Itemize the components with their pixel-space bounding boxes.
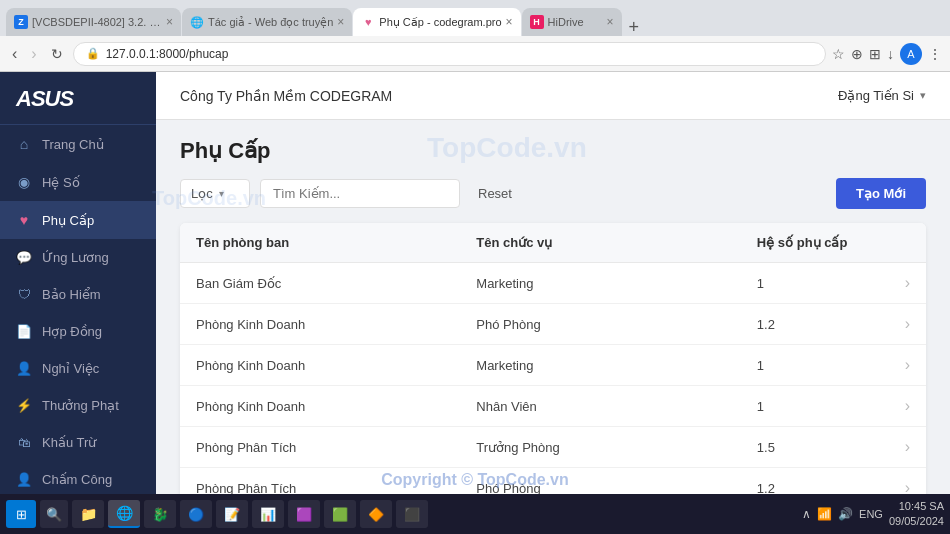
reload-button[interactable]: ↻ (47, 44, 67, 64)
data-table: Tên phòng ban Tên chức vụ Hệ số phụ cấp … (180, 223, 926, 494)
cell-he-so: 1 (741, 386, 889, 427)
user-icon: 👤 (16, 361, 32, 376)
star-icon[interactable]: ⊕ (851, 46, 863, 62)
home-icon: ⌂ (16, 136, 32, 152)
search-button[interactable]: 🔍 (40, 500, 68, 528)
address-bar: ‹ › ↻ 🔒 127.0.0.1:8000/phucap ☆ ⊕ ⊞ ↓ A … (0, 36, 950, 72)
user-menu[interactable]: Đặng Tiến Si ▾ (838, 88, 926, 103)
browser-frame: Z [VCBSDEPII-4802] 3.2. Xử lý giao... × … (0, 0, 950, 72)
taskbar-btn-1[interactable]: 📁 (72, 500, 104, 528)
sidebar-item-hop-dong[interactable]: 📄 Hợp Đồng (0, 313, 156, 350)
reset-button[interactable]: Reset (470, 180, 520, 207)
url-bar[interactable]: 🔒 127.0.0.1:8000/phucap (73, 42, 826, 66)
bookmark-icon[interactable]: ☆ (832, 46, 845, 62)
search-input[interactable] (260, 179, 460, 208)
tab-2-icon: 🌐 (190, 15, 204, 29)
taskbar-btn-7[interactable]: 🟪 (288, 500, 320, 528)
cell-chuc-vu: Phó Phòng (460, 468, 741, 495)
cell-arrow: › (889, 263, 926, 304)
shield-icon: 🛡 (16, 287, 32, 302)
cell-phong-ban: Ban Giám Đốc (180, 263, 460, 304)
table-row[interactable]: Phòng Kinh Doanh Phó Phòng 1.2 › (180, 304, 926, 345)
main-content: Công Ty Phần Mềm CODEGRAM Đặng Tiến Si ▾… (156, 72, 950, 494)
taskbar-btn-5[interactable]: 📝 (216, 500, 248, 528)
taskbar-btn-2[interactable]: 🌐 (108, 500, 140, 528)
create-button[interactable]: Tạo Mới (836, 178, 926, 209)
table-row[interactable]: Phòng Phân Tích Trưởng Phòng 1.5 › (180, 427, 926, 468)
menu-icon[interactable]: ⋮ (928, 46, 942, 62)
table-row[interactable]: Phòng Kinh Doanh Nhân Viên 1 › (180, 386, 926, 427)
back-button[interactable]: ‹ (8, 43, 21, 65)
cell-arrow: › (889, 427, 926, 468)
download-icon[interactable]: ↓ (887, 46, 894, 62)
taskbar-btn-4[interactable]: 🔵 (180, 500, 212, 528)
forward-button[interactable]: › (27, 43, 40, 65)
sidebar-item-khau-tru[interactable]: 🛍 Khấu Trừ (0, 424, 156, 461)
profile-button[interactable]: A (900, 43, 922, 65)
tab-grid-icon[interactable]: ⊞ (869, 46, 881, 62)
sidebar-item-phu-cap[interactable]: ♥ Phụ Cấp (0, 201, 156, 239)
sidebar-label-thuong-phat: Thưởng Phạt (42, 398, 119, 413)
cham-cong-icon: 👤 (16, 472, 32, 487)
sidebar-item-he-so[interactable]: ◉ Hệ Số (0, 163, 156, 201)
table-row[interactable]: Ban Giám Đốc Marketing 1 › (180, 263, 926, 304)
taskbar-btn-10[interactable]: ⬛ (396, 500, 428, 528)
browser-toolbar: ☆ ⊕ ⊞ ↓ A ⋮ (832, 43, 942, 65)
tab-1-close[interactable]: × (166, 15, 173, 29)
taskbar-btn-3[interactable]: 🐉 (144, 500, 176, 528)
cell-chuc-vu: Marketing (460, 345, 741, 386)
taskbar-btn-9[interactable]: 🔶 (360, 500, 392, 528)
tray-time: 10:45 SA (889, 499, 944, 514)
col-chuc-vu: Tên chức vụ (460, 223, 741, 263)
tab-4[interactable]: H HiDrive × (522, 8, 622, 36)
sidebar-item-nghi-viec[interactable]: 👤 Nghỉ Việc (0, 350, 156, 387)
tray-volume-icon: 🔊 (838, 507, 853, 521)
cell-arrow: › (889, 386, 926, 427)
taskbar: ⊞ 🔍 📁 🌐 🐉 🔵 📝 📊 🟪 🟩 🔶 ⬛ ∧ 📶 🔊 ENG 10:45 … (0, 494, 950, 534)
sidebar-label-trang-chu: Trang Chủ (42, 137, 104, 152)
cell-arrow: › (889, 468, 926, 495)
table-row[interactable]: Phòng Phân Tích Phó Phòng 1.2 › (180, 468, 926, 495)
tab-4-title: HiDrive (548, 16, 603, 28)
new-tab-button[interactable]: + (623, 18, 646, 36)
sidebar-label-he-so: Hệ Số (42, 175, 80, 190)
logo-area: ASUS (0, 72, 156, 125)
taskbar-btn-6[interactable]: 📊 (252, 500, 284, 528)
sidebar-item-trang-chu[interactable]: ⌂ Trang Chủ (0, 125, 156, 163)
tab-3[interactable]: ♥ Phụ Cấp - codegram.pro × (353, 8, 520, 36)
sidebar-label-nghi-viec: Nghỉ Việc (42, 361, 99, 376)
taskbar-btn-8[interactable]: 🟩 (324, 500, 356, 528)
tab-4-close[interactable]: × (607, 15, 614, 29)
start-button[interactable]: ⊞ (6, 500, 36, 528)
sidebar-item-bao-hiem[interactable]: 🛡 Bảo Hiểm (0, 276, 156, 313)
sidebar-item-thuong-phat[interactable]: ⚡ Thưởng Phạt (0, 387, 156, 424)
content-area: Phụ Cấp Lọc ▾ Reset Tạo Mới Tên phòng ba… (156, 120, 950, 494)
windows-icon: ⊞ (16, 507, 27, 522)
tab-3-icon: ♥ (361, 15, 375, 29)
user-name: Đặng Tiến Si (838, 88, 914, 103)
tray-lang: ENG (859, 508, 883, 520)
url-text: 127.0.0.1:8000/phucap (106, 47, 813, 61)
cell-he-so: 1.5 (741, 427, 889, 468)
filter-row: Lọc ▾ Reset Tạo Mới (180, 178, 926, 209)
sidebar-item-ung-luong[interactable]: 💬 Ứng Lương (0, 239, 156, 276)
asus-logo: ASUS (16, 86, 73, 111)
table-row[interactable]: Phòng Kinh Doanh Marketing 1 › (180, 345, 926, 386)
tab-3-close[interactable]: × (506, 15, 513, 29)
sidebar-item-cham-cong[interactable]: 👤 Chấm Công (0, 461, 156, 498)
col-phong-ban: Tên phòng ban (180, 223, 460, 263)
he-so-icon: ◉ (16, 174, 32, 190)
filter-select[interactable]: Lọc ▾ (180, 179, 250, 208)
table-container: Tên phòng ban Tên chức vụ Hệ số phụ cấp … (180, 223, 926, 494)
sidebar-label-phu-cap: Phụ Cấp (42, 213, 94, 228)
tab-1[interactable]: Z [VCBSDEPII-4802] 3.2. Xử lý giao... × (6, 8, 181, 36)
cell-phong-ban: Phòng Kinh Doanh (180, 345, 460, 386)
cell-phong-ban: Phòng Phân Tích (180, 468, 460, 495)
tray-up-icon[interactable]: ∧ (802, 507, 811, 521)
tab-bar: Z [VCBSDEPII-4802] 3.2. Xử lý giao... × … (0, 0, 950, 36)
tray-clock: 10:45 SA 09/05/2024 (889, 499, 944, 530)
tab-2[interactable]: 🌐 Tác giả - Web đọc truyện × (182, 8, 352, 36)
company-name: Công Ty Phần Mềm CODEGRAM (180, 88, 392, 104)
sidebar-label-bao-hiem: Bảo Hiểm (42, 287, 101, 302)
tab-2-close[interactable]: × (337, 15, 344, 29)
